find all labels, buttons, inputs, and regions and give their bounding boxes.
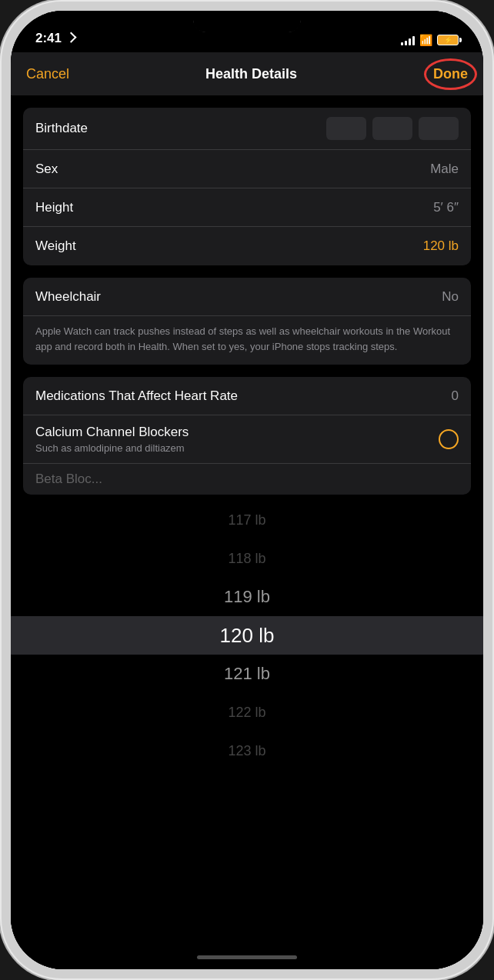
home-bar	[197, 955, 297, 959]
status-time: 2:41	[35, 31, 74, 46]
wheelchair-section: Wheelchair No Apple Watch can track push…	[23, 278, 471, 365]
wheelchair-label: Wheelchair	[35, 289, 101, 305]
picker-item-4[interactable]: 121 lb	[11, 655, 483, 693]
calcium-row[interactable]: Calcium Channel Blockers Such as amlodip…	[23, 415, 471, 464]
sex-value: Male	[430, 162, 459, 177]
height-label: Height	[35, 200, 73, 215]
calcium-title: Calcium Channel Blockers	[35, 425, 439, 440]
screen: 2:41 📶 ⚡ Canc	[11, 11, 483, 969]
calcium-radio-button[interactable]	[439, 429, 459, 449]
birthdate-year[interactable]	[419, 117, 459, 140]
sex-label: Sex	[35, 162, 58, 177]
status-icons: 📶 ⚡	[401, 34, 459, 46]
content-area: Birthdate Sex Male Height 5′ 6″	[11, 95, 483, 969]
page-title: Health Details	[205, 66, 297, 82]
medications-value: 0	[452, 388, 459, 404]
signal-icon	[401, 35, 415, 45]
beta-row[interactable]: Beta Bloc...	[23, 464, 471, 495]
picker-overlay[interactable]: 117 lb 118 lb 119 lb 120 lb 121 lb	[11, 495, 483, 945]
birthdate-month[interactable]	[326, 117, 366, 140]
phone-frame: 2:41 📶 ⚡ Canc	[0, 0, 494, 980]
wifi-icon: 📶	[419, 34, 432, 46]
weight-value: 120 lb	[423, 238, 459, 254]
height-row[interactable]: Height 5′ 6″	[23, 188, 471, 227]
beta-label: Beta Bloc...	[35, 472, 102, 486]
location-icon	[65, 32, 76, 43]
height-value: 5′ 6″	[433, 200, 459, 215]
picker-item-0[interactable]: 117 lb	[11, 501, 483, 539]
time-label: 2:41	[35, 31, 62, 46]
wheelchair-description: Apple Watch can track pushes instead of …	[23, 316, 471, 365]
birthdate-value	[326, 117, 459, 140]
medications-header-row[interactable]: Medications That Affect Heart Rate 0	[23, 377, 471, 415]
medications-label: Medications That Affect Heart Rate	[35, 388, 452, 404]
home-indicator	[11, 945, 483, 969]
battery-icon: ⚡	[437, 35, 459, 45]
nav-bar: Cancel Health Details Done	[11, 52, 483, 95]
bolt-icon: ⚡	[444, 36, 452, 44]
picker-item-2[interactable]: 119 lb	[11, 578, 483, 616]
phone-screen: 2:41 📶 ⚡ Canc	[11, 11, 483, 969]
picker-item-selected[interactable]: 120 lb	[11, 616, 483, 655]
picker-item-6[interactable]: 123 lb	[11, 732, 483, 770]
notch	[193, 11, 301, 32]
picker-item-1[interactable]: 118 lb	[11, 539, 483, 578]
wheelchair-row[interactable]: Wheelchair No	[23, 278, 471, 316]
wheelchair-value: No	[442, 289, 459, 305]
picker-item-5[interactable]: 122 lb	[11, 693, 483, 732]
wheelchair-card: Wheelchair No Apple Watch can track push…	[23, 278, 471, 365]
calcium-subtitle: Such as amlodipine and diltiazem	[35, 442, 439, 454]
birthdate-label: Birthdate	[35, 121, 88, 136]
birthdate-row[interactable]: Birthdate	[23, 108, 471, 150]
weight-row[interactable]: Weight 120 lb	[23, 227, 471, 265]
calcium-text-group: Calcium Channel Blockers Such as amlodip…	[35, 425, 439, 454]
weight-label: Weight	[35, 238, 76, 254]
cancel-button[interactable]: Cancel	[26, 66, 69, 82]
picker-items: 117 lb 118 lb 119 lb 120 lb 121 lb	[11, 501, 483, 770]
medications-section: Medications That Affect Heart Rate 0 Cal…	[23, 377, 471, 495]
done-button[interactable]: Done	[433, 66, 468, 82]
basic-info-section: Birthdate Sex Male Height 5′ 6″	[23, 108, 471, 265]
done-button-wrapper: Done	[433, 66, 468, 82]
sex-row[interactable]: Sex Male	[23, 150, 471, 188]
birthdate-day[interactable]	[372, 117, 412, 140]
